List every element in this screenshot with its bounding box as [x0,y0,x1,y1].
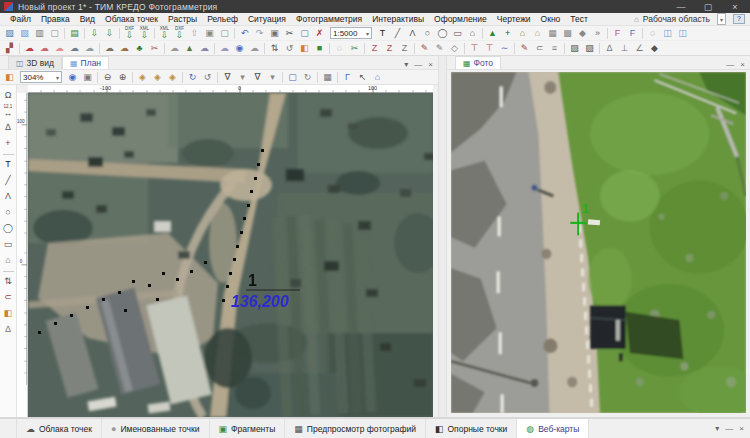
menu-window[interactable]: Окно [536,14,566,24]
polyline-icon[interactable]: Λ [405,26,420,40]
fragment-edit-icon[interactable]: F [610,26,625,40]
open-project-icon[interactable]: ▨ [2,26,17,40]
save-window-icon[interactable]: ▢ [47,26,62,40]
angle-tool-icon[interactable]: Λ [1,189,16,204]
cloud-classify-icon[interactable]: ☁ [167,41,182,55]
cloud-surface-icon[interactable]: ☁ [197,41,212,55]
window-view2-icon[interactable]: ◫ [675,26,690,40]
close-button[interactable]: × [724,2,746,12]
workspace-selector[interactable]: Рабочая область [643,14,710,24]
photo-view[interactable]: 1 [451,72,746,413]
copy-doc2-icon[interactable]: ▢ [217,26,232,40]
menu-relief[interactable]: Рельеф [202,14,243,24]
section-z1-icon[interactable]: Z [367,41,382,55]
cloud-export-icon[interactable]: ☁ [82,41,97,55]
copy-doc-icon[interactable]: ▣ [202,26,217,40]
rect-tool-icon[interactable]: ▭ [1,237,16,252]
filter-caret-icon[interactable]: ▾ [235,70,250,84]
menu-test[interactable]: Тест [565,14,593,24]
help-button[interactable]: ? [733,14,745,24]
maximize-button[interactable]: ▢ [697,2,719,12]
pan-icon[interactable]: ◈ [135,70,150,84]
panel-menu-caret-icon[interactable]: ▾ [404,60,408,69]
import-cloud-icon[interactable]: ⇩ [87,26,102,40]
table-icon[interactable]: ▤ [67,26,82,40]
dock-icon[interactable]: ◧ [2,70,17,84]
level-b-icon[interactable]: ⊤ [482,41,497,55]
cloud-point-icon[interactable]: ◉ [232,41,247,55]
arc-icon[interactable]: ⊂ [532,41,547,55]
menu-drawings[interactable]: Чертежи [492,14,536,24]
zoom-select[interactable]: 304% ▾ [20,71,62,83]
menu-rasters[interactable]: Растры [163,14,202,24]
menu-interactives[interactable]: Интерактивы [367,14,429,24]
more-icon[interactable]: » [590,26,605,40]
lasso-icon[interactable]: ◌ [645,26,660,40]
coords-icon[interactable]: + [1,136,16,151]
export-xml-icon[interactable]: XML⇩ [137,26,152,40]
cloud-filter-icon[interactable]: ☁ [217,41,232,55]
cloud-ground-icon[interactable]: ▲ [182,41,197,55]
pan-horizontal-icon[interactable]: ◈ [165,70,180,84]
tab-control-points[interactable]: ◧Опорные точки [426,419,517,438]
draw-polygon-icon[interactable]: ◇ [447,41,462,55]
angle-measure-icon[interactable]: ∠ [632,41,647,55]
bar-menu-caret-icon[interactable]: ▾ [715,424,719,433]
check-area-icon[interactable]: ▨ [567,41,582,55]
zoom-in-icon[interactable]: ⊕ [115,70,130,84]
menu-file[interactable]: Файл [5,14,36,24]
panel-minimize-button[interactable]: — [414,60,422,69]
zoom-out-icon[interactable]: ⊖ [100,70,115,84]
green-square-icon[interactable]: ■ [312,41,327,55]
bar-close-button[interactable]: × [739,424,744,433]
delete-icon[interactable]: ✗ [312,26,327,40]
measure-icon[interactable]: Ω [1,88,16,103]
send-up-icon[interactable]: ⇧ [187,26,202,40]
cloud-link-icon[interactable]: ☁ [102,41,117,55]
menu-design[interactable]: Оформление [429,14,492,24]
cloud-cut-icon[interactable]: ✂ [147,41,162,55]
panel-close-button[interactable]: × [740,60,745,69]
tab-photo[interactable]: ▦ Фото [455,56,501,69]
rectangle-icon[interactable]: ▭ [450,26,465,40]
menu-edit[interactable]: Правка [36,14,75,24]
fragment-link-icon[interactable]: F [625,26,640,40]
tab-3d-view[interactable]: ◫3D вид [8,56,62,69]
image2-icon[interactable]: ▩ [560,26,575,40]
cut-green-icon[interactable]: ✂ [347,41,362,55]
text-tool-icon[interactable]: T [1,157,16,172]
draw-line-icon[interactable]: ✎ [432,41,447,55]
menu-point-clouds[interactable]: Облака точек [100,14,163,24]
rotate-cloud-icon[interactable]: ↺ [282,41,297,55]
redo-icon[interactable]: ↷ [252,26,267,40]
cloud-photo-icon[interactable]: ☁ [117,41,132,55]
panel-minimize-button[interactable]: — [726,60,734,69]
box-up-icon[interactable]: ◧ [297,41,312,55]
box-tool-icon[interactable]: ◧ [1,306,16,321]
paste-icon[interactable]: ▣ [267,26,282,40]
line-icon[interactable]: ╱ [390,26,405,40]
circle-icon[interactable]: ◯ [435,26,450,40]
stamp-icon[interactable]: ◆ [575,26,590,40]
cursor-icon[interactable]: ↖ [355,70,370,84]
cloud-region-icon[interactable]: ◌ [332,41,347,55]
slope-icon[interactable]: ∆ [1,120,16,135]
relief-icon[interactable]: ▲ [485,26,500,40]
bar-minimize-button[interactable]: — [725,424,733,433]
polygon-tool-icon[interactable]: ⌂ [1,253,16,268]
points-grid-icon[interactable]: ▞ [2,41,17,55]
add-point-icon[interactable]: + [500,26,515,40]
house-icon[interactable]: ⌂ [515,26,530,40]
capture-region-icon[interactable]: ⌂ [370,70,385,84]
ellipse-tool-icon[interactable]: ○ [1,205,16,220]
menu-situation[interactable]: Ситуация [243,14,291,24]
save-icon[interactable]: ▥ [32,26,47,40]
select-frame-icon[interactable]: ▢ [285,70,300,84]
profile-tool-icon[interactable]: ⇅ [1,274,16,289]
filter2-caret-icon[interactable]: ▾ [265,70,280,84]
cloud-tree-icon[interactable]: ♣ [132,41,147,55]
tab-web-maps[interactable]: ◍Веб-карты [517,419,589,438]
draw-point-icon[interactable]: ✎ [417,41,432,55]
profile-icon[interactable]: ⇅ [267,41,282,55]
cloud-open-icon[interactable]: ☁ [22,41,37,55]
